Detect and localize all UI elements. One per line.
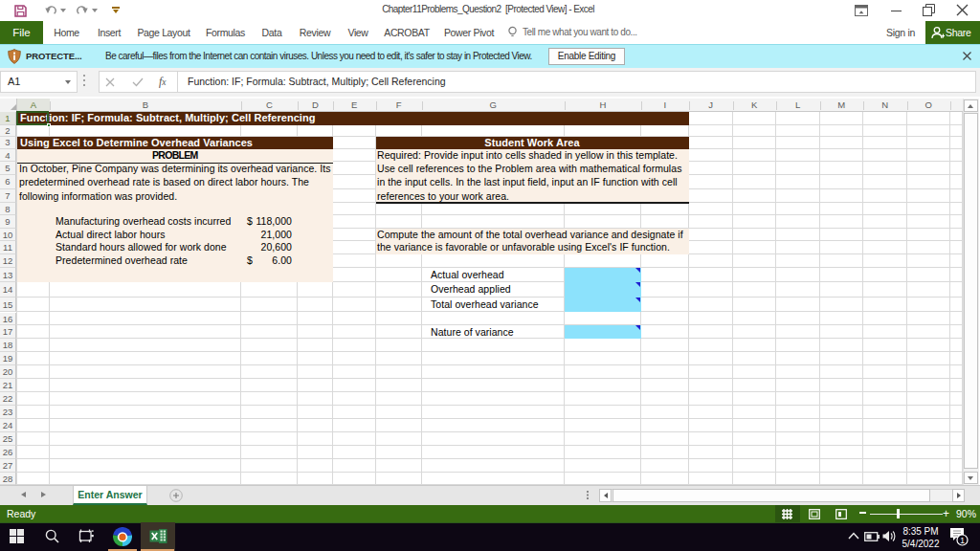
svg-text:1: 1: [960, 536, 965, 545]
